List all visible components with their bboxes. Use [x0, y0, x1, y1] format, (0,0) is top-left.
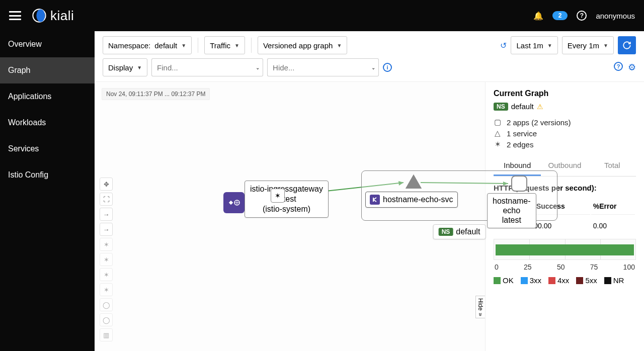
bell-icon[interactable]: 🔔: [533, 11, 543, 21]
find-input[interactable]: [151, 58, 252, 76]
svg-point-1: [36, 9, 45, 22]
namespace-select[interactable]: Namespace: default ▼: [103, 36, 192, 54]
tool-globe2[interactable]: ◯: [100, 313, 113, 326]
chevron-down-icon: ▼: [337, 43, 342, 48]
display-select[interactable]: Display ▼: [103, 58, 147, 76]
tool-arrow1[interactable]: →: [100, 208, 113, 221]
history-icon[interactable]: ↺: [500, 41, 507, 50]
help-icon[interactable]: ?: [614, 62, 623, 71]
node-atom-icon[interactable]: ✶: [271, 189, 285, 203]
tool-layout2[interactable]: ✶: [100, 253, 113, 266]
hamburger-menu[interactable]: [9, 11, 21, 20]
virtualservice-icon: [370, 195, 380, 205]
refresh-button[interactable]: [618, 36, 636, 54]
sidenav-item-services[interactable]: Services: [0, 136, 95, 162]
info-icon[interactable]: i: [383, 63, 392, 72]
sidenav-item-graph[interactable]: Graph: [0, 57, 95, 83]
chevron-down-icon: ▼: [137, 65, 142, 70]
hide-input[interactable]: [267, 58, 368, 76]
hide-dropdown[interactable]: ⌄: [368, 58, 379, 76]
tool-arrow2[interactable]: →: [100, 223, 113, 236]
user-menu[interactable]: anonymous: [596, 12, 635, 20]
brand-name: kiali: [50, 8, 74, 24]
refresh-interval-select[interactable]: Every 1m ▼: [562, 36, 614, 54]
chevron-right-icon: »: [477, 313, 484, 316]
tool-globe1[interactable]: ◯: [100, 298, 113, 311]
hide-panel-handle[interactable]: Hide»: [475, 296, 485, 318]
chevron-down-icon: ▼: [547, 43, 552, 48]
namespace-label-box: NS default: [433, 224, 486, 239]
tool-layout3[interactable]: ✶: [100, 268, 113, 281]
canvas-toolbar: ✥ ⛶ → → ✶ ✶ ✶ ✶ ◯ ◯ ▥: [100, 178, 113, 341]
notification-count[interactable]: 2: [552, 11, 568, 20]
chevron-down-icon: ▼: [181, 43, 186, 48]
ns-chip: NS: [439, 228, 453, 236]
node-service-triangle[interactable]: [407, 176, 421, 188]
sidenav-item-istio-config[interactable]: Istio Config: [0, 162, 95, 188]
traffic-select[interactable]: Traffic ▼: [204, 36, 245, 54]
chevron-down-icon: ▼: [603, 43, 608, 48]
graph-type-select[interactable]: Versioned app graph ▼: [258, 36, 347, 54]
tool-layout4[interactable]: ✶: [100, 283, 113, 296]
brand-logo[interactable]: kiali: [32, 8, 74, 24]
tool-drag[interactable]: ✥: [100, 178, 113, 191]
tool-layout1[interactable]: ✶: [100, 238, 113, 251]
divider: [198, 38, 198, 53]
bar-ok-fill: [496, 244, 634, 255]
tab-total[interactable]: Total: [589, 156, 636, 176]
time-range-select[interactable]: Last 1m ▼: [511, 36, 557, 54]
namespace-label: Namespace:: [108, 41, 150, 50]
namespace-value: default: [154, 41, 177, 50]
divider: [251, 38, 252, 53]
ingress-icon: [223, 192, 245, 213]
node-hostname-echo[interactable]: hostname-echo latest: [487, 193, 536, 228]
sidenav-item-applications[interactable]: Applications: [0, 83, 95, 110]
sidenav-item-workloads[interactable]: Workloads: [0, 110, 95, 136]
refresh-icon: [622, 41, 631, 50]
gear-icon[interactable]: ⚙: [628, 62, 636, 73]
sidenav-item-overview[interactable]: Overview: [0, 31, 95, 57]
chevron-down-icon: ▼: [234, 43, 239, 48]
tool-map[interactable]: ▥: [100, 328, 113, 341]
node-hostname-echo-svc[interactable]: hostname-echo-svc: [365, 192, 458, 208]
node-app-shape[interactable]: [511, 176, 527, 192]
tool-fit[interactable]: ⛶: [100, 193, 113, 206]
kiali-logo-icon: [32, 9, 46, 23]
find-dropdown[interactable]: ⌄: [252, 58, 263, 76]
help-icon[interactable]: ?: [577, 11, 587, 21]
side-nav: Overview Graph Applications Workloads Se…: [0, 31, 95, 351]
graph-canvas[interactable]: Nov 24, 09:11:37 PM ... 09:12:37 PM isti…: [95, 82, 485, 351]
